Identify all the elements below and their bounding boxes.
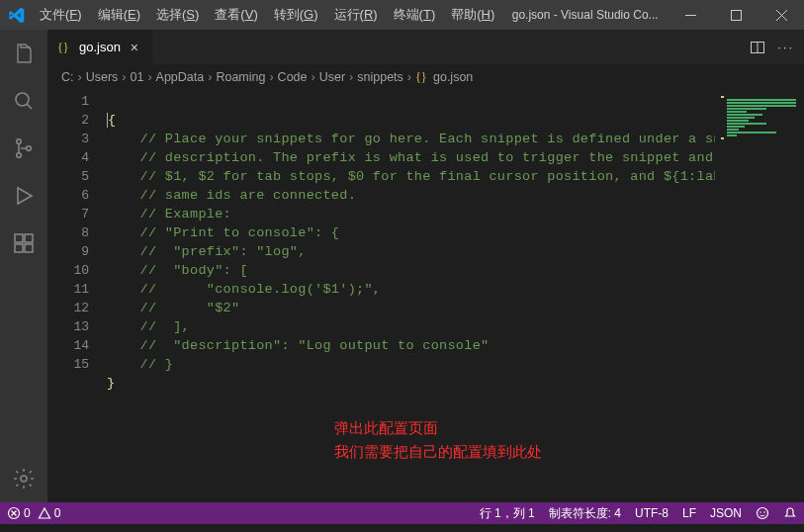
breadcrumb-seg[interactable]: 01 <box>131 70 144 84</box>
run-debug-icon[interactable] <box>0 172 47 220</box>
settings-gear-icon[interactable] <box>0 455 47 502</box>
svg-text:{}: {} <box>57 41 69 54</box>
status-cursor-pos[interactable]: 行 1，列 1 <box>473 502 542 524</box>
status-errors[interactable]: 0 0 <box>0 502 67 524</box>
svg-point-10 <box>21 476 27 482</box>
svg-rect-27 <box>727 132 776 133</box>
svg-rect-22 <box>727 117 755 119</box>
breadcrumbs[interactable]: C:› Users› 01› AppData› Roaming› Code› U… <box>47 64 804 90</box>
menu-run[interactable]: 运行(R) <box>326 0 386 30</box>
minimize-button[interactable] <box>668 0 713 30</box>
main-menu: 文件(F) 编辑(E) 选择(S) 查看(V) 转到(G) 运行(R) 终端(T… <box>32 0 502 30</box>
main-area: {} go.json × ··· C:› Users› 01› AppData›… <box>0 30 804 502</box>
svg-rect-23 <box>727 120 749 122</box>
svg-rect-15 <box>721 96 724 98</box>
json-file-icon: {} <box>415 69 431 85</box>
svg-rect-17 <box>727 102 796 104</box>
breadcrumb-seg[interactable]: AppData <box>156 70 205 84</box>
split-editor-icon[interactable] <box>750 40 765 55</box>
breadcrumb-seg[interactable]: C: <box>61 70 74 84</box>
status-language[interactable]: JSON <box>703 502 749 524</box>
menu-help[interactable]: 帮助(H) <box>443 0 502 30</box>
svg-rect-0 <box>685 15 696 16</box>
svg-rect-28 <box>727 134 737 136</box>
tab-go-json[interactable]: {} go.json × <box>47 30 153 64</box>
svg-rect-25 <box>727 126 745 128</box>
svg-rect-24 <box>727 123 766 125</box>
svg-rect-21 <box>727 114 762 116</box>
tab-close-icon[interactable]: × <box>127 40 142 55</box>
status-bar: 0 0 行 1，列 1 制表符长度: 4 UTF-8 LF JSON <box>0 502 804 524</box>
more-actions-icon[interactable]: ··· <box>777 40 794 54</box>
error-icon <box>7 506 21 520</box>
status-encoding[interactable]: UTF-8 <box>628 502 675 524</box>
status-bell-icon[interactable] <box>776 502 804 524</box>
json-file-icon: {} <box>57 40 73 55</box>
svg-text:{}: {} <box>415 70 427 84</box>
menu-edit[interactable]: 编辑(E) <box>90 0 148 30</box>
extensions-icon[interactable] <box>0 220 47 267</box>
svg-rect-8 <box>25 244 33 252</box>
menu-select[interactable]: 选择(S) <box>148 0 207 30</box>
window-controls <box>668 0 804 30</box>
svg-rect-9 <box>25 234 33 242</box>
search-icon[interactable] <box>0 77 47 125</box>
breadcrumb-file[interactable]: go.json <box>433 70 473 84</box>
annotation-line1: 弹出此配置页面 <box>334 416 542 440</box>
svg-rect-7 <box>15 244 23 252</box>
status-feedback-icon[interactable] <box>749 502 776 524</box>
menu-view[interactable]: 查看(V) <box>207 0 265 30</box>
svg-rect-26 <box>727 129 739 131</box>
titlebar: 文件(F) 编辑(E) 选择(S) 查看(V) 转到(G) 运行(R) 终端(T… <box>0 0 804 30</box>
maximize-button[interactable] <box>713 0 759 30</box>
menu-goto[interactable]: 转到(G) <box>266 0 326 30</box>
vscode-logo-icon <box>0 7 32 24</box>
svg-rect-18 <box>727 105 796 107</box>
breadcrumb-seg[interactable]: Roaming <box>216 70 265 84</box>
code-editor[interactable]: 123456789101112131415 { // Place your sn… <box>47 90 804 502</box>
window-title: go.json - Visual Studio Co... <box>502 8 668 22</box>
minimap[interactable] <box>715 90 804 502</box>
tabs-bar: {} go.json × ··· <box>47 30 804 64</box>
svg-point-3 <box>17 139 22 144</box>
svg-rect-16 <box>727 99 796 101</box>
tab-label: go.json <box>79 40 121 54</box>
menu-terminal[interactable]: 终端(T) <box>386 0 444 30</box>
breadcrumb-seg[interactable]: Code <box>278 70 308 84</box>
svg-point-31 <box>758 508 768 519</box>
activity-bar <box>0 30 47 502</box>
svg-point-5 <box>27 146 32 151</box>
svg-rect-6 <box>15 234 23 242</box>
explorer-icon[interactable] <box>0 30 47 77</box>
minimap-preview <box>719 94 800 153</box>
status-tab-size[interactable]: 制表符长度: 4 <box>542 502 628 524</box>
close-button[interactable] <box>759 0 804 30</box>
breadcrumb-seg[interactable]: User <box>319 70 345 84</box>
svg-rect-1 <box>731 10 741 20</box>
editor-group: {} go.json × ··· C:› Users› 01› AppData›… <box>47 30 804 502</box>
breadcrumb-seg[interactable]: snippets <box>357 70 403 84</box>
source-control-icon[interactable] <box>0 125 47 172</box>
svg-point-33 <box>763 511 765 513</box>
annotation-line2: 我们需要把自己的配置填到此处 <box>334 440 542 464</box>
svg-rect-20 <box>727 111 747 113</box>
menu-file[interactable]: 文件(F) <box>32 0 90 30</box>
svg-rect-29 <box>721 137 724 139</box>
line-numbers: 123456789101112131415 <box>47 90 107 502</box>
svg-point-4 <box>17 153 22 158</box>
breadcrumb-seg[interactable]: Users <box>86 70 119 84</box>
svg-rect-19 <box>727 108 766 110</box>
status-eol[interactable]: LF <box>675 502 703 524</box>
annotation-overlay: 弹出此配置页面 我们需要把自己的配置填到此处 <box>334 416 542 464</box>
svg-point-32 <box>759 511 761 513</box>
warning-icon <box>38 506 51 520</box>
